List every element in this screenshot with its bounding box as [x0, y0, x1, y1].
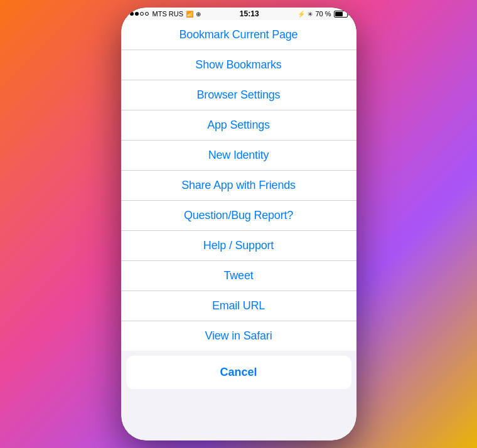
- menu-item-new-identity[interactable]: New Identity: [121, 141, 356, 171]
- cancel-area: Cancel: [126, 356, 351, 389]
- menu-item-bookmark-current[interactable]: Bookmark Current Page: [121, 20, 356, 50]
- bluetooth-symbol: ✳: [308, 11, 313, 18]
- battery-percent: 70 %: [315, 10, 331, 18]
- menu-item-help-support[interactable]: Help / Support: [121, 231, 356, 261]
- menu-item-email-url[interactable]: Email URL: [121, 291, 356, 321]
- wifi-icon: 📶: [186, 11, 193, 18]
- menu-list: Bookmark Current PageShow BookmarksBrows…: [121, 20, 356, 351]
- cancel-button[interactable]: Cancel: [126, 356, 351, 389]
- menu-item-show-bookmarks[interactable]: Show Bookmarks: [121, 50, 356, 80]
- phone-frame: MTS RUS 📶 ⊕ 15:13 ⚡ ✳ 70 % Bookmark Curr…: [121, 8, 356, 440]
- location-icon: ⊕: [196, 11, 201, 18]
- signal-dot-1: [130, 12, 134, 16]
- signal-bars: [130, 12, 149, 16]
- main-content: Bookmark Current PageShow BookmarksBrows…: [121, 20, 356, 440]
- status-left: MTS RUS 📶 ⊕: [130, 10, 201, 18]
- battery-fill: [335, 12, 343, 16]
- menu-item-bug-report[interactable]: Question/Bug Report?: [121, 201, 356, 231]
- signal-dot-4: [145, 12, 149, 16]
- menu-item-browser-settings[interactable]: Browser Settings: [121, 80, 356, 110]
- battery-icon: [334, 11, 348, 18]
- status-time: 15:13: [240, 9, 259, 18]
- status-bar: MTS RUS 📶 ⊕ 15:13 ⚡ ✳ 70 %: [121, 8, 356, 20]
- bluetooth-icon: ⚡: [297, 11, 305, 18]
- status-right: ⚡ ✳ 70 %: [297, 10, 347, 18]
- menu-item-tweet[interactable]: Tweet: [121, 261, 356, 291]
- signal-dot-2: [135, 12, 139, 16]
- menu-item-app-settings[interactable]: App Settings: [121, 110, 356, 141]
- menu-item-view-safari[interactable]: View in Safari: [121, 321, 356, 351]
- carrier-name: MTS RUS: [153, 10, 184, 18]
- phone-screen: MTS RUS 📶 ⊕ 15:13 ⚡ ✳ 70 % Bookmark Curr…: [121, 8, 356, 440]
- signal-dot-3: [140, 12, 144, 16]
- menu-item-share-app[interactable]: Share App with Friends: [121, 171, 356, 201]
